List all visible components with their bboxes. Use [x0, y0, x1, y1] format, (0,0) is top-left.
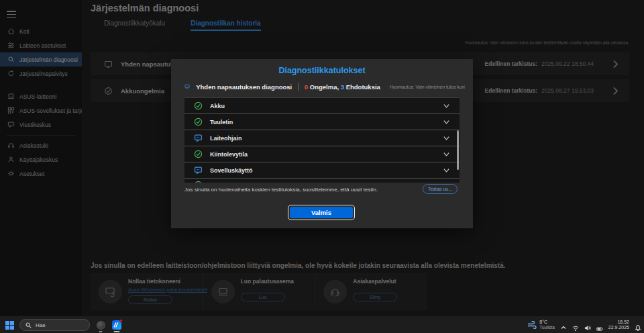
myasus-icon	[112, 320, 121, 330]
weather-temp: 8°C	[539, 320, 555, 325]
clock-date: 22.9.2025	[608, 325, 629, 330]
taskbar-app-copilot[interactable]	[95, 318, 106, 332]
diagnostic-results-list: Akku Tuuletin Laiteohjain Kiintolevytila	[184, 97, 460, 183]
result-row-device-driver[interactable]: Laiteohjain	[184, 130, 460, 146]
problems-count: 0	[305, 83, 308, 91]
chevron-down-icon	[443, 118, 450, 126]
taskbar-search-input[interactable]: Hae	[19, 319, 90, 331]
diagnostic-results-modal: Diagnostiikkatulokset Yhden napsautuksen…	[171, 59, 473, 228]
notification-dot	[119, 319, 123, 322]
chevron-down-icon	[443, 134, 450, 142]
suggestion-icon	[194, 134, 203, 142]
check-circle-icon	[194, 150, 203, 158]
volume-icon[interactable]	[584, 322, 591, 328]
notification-bell-icon[interactable]	[635, 322, 641, 328]
screen: Koti Laitteen asetukset Järjestelmän dia…	[0, 0, 644, 333]
windy-weather-icon	[527, 321, 537, 329]
result-row-disk-space[interactable]: Kiintolevytila	[184, 146, 460, 162]
search-icon	[25, 322, 32, 328]
result-row-fan[interactable]: Tuuletin	[184, 114, 460, 130]
clock-time: 18.52	[617, 320, 629, 325]
chevron-down-icon	[443, 166, 450, 174]
summary-counts: 0 Ongelma, 3 Ehdotuksia	[305, 83, 380, 91]
result-row-partial[interactable]	[184, 179, 460, 183]
retest-button[interactable]: Testaa uu...	[423, 184, 458, 194]
chevron-down-icon	[443, 150, 450, 158]
suggestion-icon	[194, 166, 203, 175]
result-row-battery[interactable]: Akku	[184, 98, 460, 114]
modal-footer-note: Jos sinulla on huolenaiheita koskien tes…	[184, 187, 378, 193]
check-circle-icon	[194, 181, 203, 183]
chevron-down-icon	[443, 102, 450, 109]
list-scrollbar[interactable]	[457, 130, 459, 170]
suggestions-count: 3	[341, 83, 344, 91]
windows-start-button[interactable]	[5, 321, 14, 330]
taskbar-weather-widget[interactable]: 8°C Tuulista	[527, 320, 555, 330]
done-button[interactable]: Valmis	[290, 207, 353, 218]
summary-note: Huomautus: Vain viimeinen tulos kunkin t…	[390, 85, 465, 89]
result-row-label: Tuuletin	[210, 119, 233, 126]
result-row-label: Laiteohjain	[210, 135, 242, 142]
battery-icon[interactable]	[596, 322, 603, 328]
one-click-diagnosis-icon	[184, 82, 190, 91]
result-row-label: Kiintolevytila	[210, 151, 248, 158]
app-active-indicator	[114, 331, 120, 332]
problems-label: Ongelma,	[310, 83, 339, 91]
taskbar: Hae 8°C Tuulista	[0, 316, 644, 333]
result-row-label: Akku	[210, 103, 225, 109]
modal-title: Diagnostiikkatulokset	[171, 66, 473, 75]
suggestions-label: Ehdotuksia	[346, 83, 380, 91]
wifi-icon[interactable]	[572, 322, 579, 328]
divider	[298, 83, 299, 91]
taskbar-left: Hae	[5, 316, 122, 333]
result-row-app-usage[interactable]: Sovelluskäyttö	[184, 162, 460, 179]
weather-condition: Tuulista	[539, 325, 555, 330]
copilot-icon	[97, 321, 105, 330]
taskbar-clock[interactable]: 18.52 22.9.2025	[608, 320, 629, 331]
taskbar-right: 8°C Tuulista 18.52 22.9.2025	[527, 316, 641, 333]
check-circle-icon	[194, 101, 203, 110]
done-button-focus-ring: Valmis	[288, 205, 355, 220]
result-row-label: Sovelluskäyttö	[210, 167, 253, 174]
modal-summary-row: Yhden napsautuksen diagnoosi 0 Ongelma, …	[184, 82, 465, 91]
chevron-up-icon[interactable]	[560, 322, 567, 328]
summary-test-name: Yhden napsautuksen diagnoosi	[196, 83, 292, 91]
search-placeholder: Hae	[36, 322, 46, 328]
check-circle-icon	[194, 117, 203, 126]
app-running-indicator	[99, 331, 103, 332]
taskbar-app-myasus[interactable]	[111, 318, 122, 332]
